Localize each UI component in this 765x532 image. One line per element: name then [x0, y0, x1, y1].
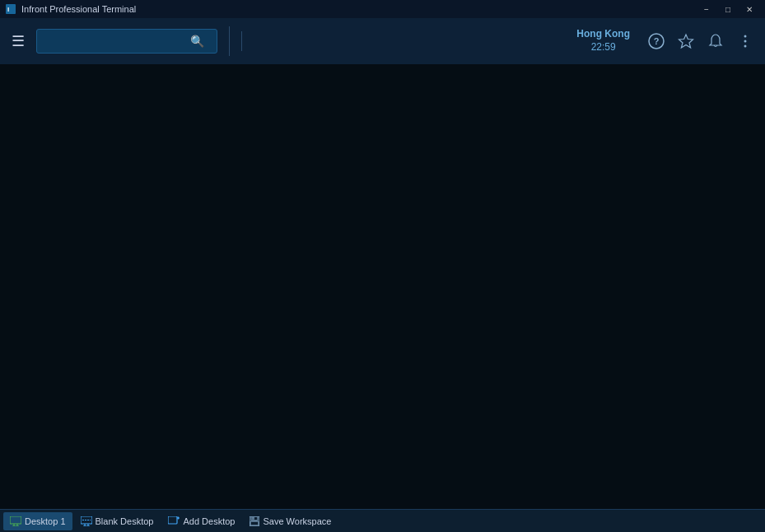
- svg-point-6: [744, 40, 747, 43]
- clock-time: 22:59: [591, 41, 616, 54]
- title-bar-left: I Infront Professional Terminal: [5, 3, 136, 15]
- toolbar: ☰ 🔍 Hong Kong 22:59 ?: [0, 18, 765, 64]
- clock-area: Hong Kong 22:59: [576, 28, 630, 54]
- clock-city: Hong Kong: [576, 28, 630, 41]
- taskbar-add-desktop[interactable]: Add Desktop: [161, 512, 241, 530]
- blank-desktop-icon: [81, 516, 92, 526]
- blank-desktop-label: Blank Desktop: [96, 516, 154, 526]
- svg-rect-17: [168, 516, 177, 524]
- add-desktop-label: Add Desktop: [183, 516, 235, 526]
- save-workspace-label: Save Workspace: [263, 516, 331, 526]
- svg-rect-22: [252, 517, 254, 520]
- search-box: 🔍: [36, 29, 217, 54]
- add-desktop-icon: [168, 516, 180, 526]
- taskbar-blank-desktop[interactable]: Blank Desktop: [74, 512, 161, 530]
- desktop1-icon: [10, 516, 21, 526]
- toolbar-divider-1: [229, 26, 230, 56]
- more-options-button[interactable]: [732, 28, 758, 54]
- minimize-button[interactable]: −: [696, 2, 717, 16]
- svg-rect-23: [250, 521, 259, 525]
- title-bar: I Infront Professional Terminal − □ ✕: [0, 0, 765, 18]
- toolbar-divider-2: [241, 31, 242, 51]
- svg-rect-8: [10, 516, 21, 524]
- desktop1-label: Desktop 1: [25, 516, 66, 526]
- svg-marker-4: [679, 35, 693, 48]
- close-button[interactable]: ✕: [739, 2, 760, 16]
- taskbar-save-workspace[interactable]: Save Workspace: [243, 512, 338, 530]
- taskbar-desktop1[interactable]: Desktop 1: [3, 512, 72, 530]
- window-controls: − □ ✕: [696, 2, 760, 16]
- main-content: [0, 64, 765, 509]
- taskbar: Desktop 1 Blank Desktop Add Desktop: [0, 509, 765, 532]
- svg-point-7: [744, 45, 747, 48]
- svg-point-5: [744, 35, 747, 38]
- bell-icon: [707, 33, 724, 49]
- help-icon: ?: [648, 33, 665, 49]
- toolbar-icons: ?: [643, 28, 758, 54]
- menu-button[interactable]: ☰: [7, 29, 30, 54]
- search-icon[interactable]: 🔍: [190, 35, 204, 48]
- svg-text:?: ?: [654, 36, 660, 46]
- star-icon: [678, 33, 694, 49]
- search-input[interactable]: [42, 35, 190, 48]
- more-icon: [737, 33, 753, 49]
- save-workspace-icon: [250, 516, 259, 526]
- help-button[interactable]: ?: [643, 28, 669, 54]
- app-title: Infront Professional Terminal: [21, 4, 136, 14]
- svg-text:I: I: [7, 6, 9, 13]
- maximize-button[interactable]: □: [717, 2, 739, 16]
- app-icon: I: [5, 3, 16, 15]
- alerts-button[interactable]: [702, 28, 729, 54]
- favorites-button[interactable]: [673, 28, 699, 54]
